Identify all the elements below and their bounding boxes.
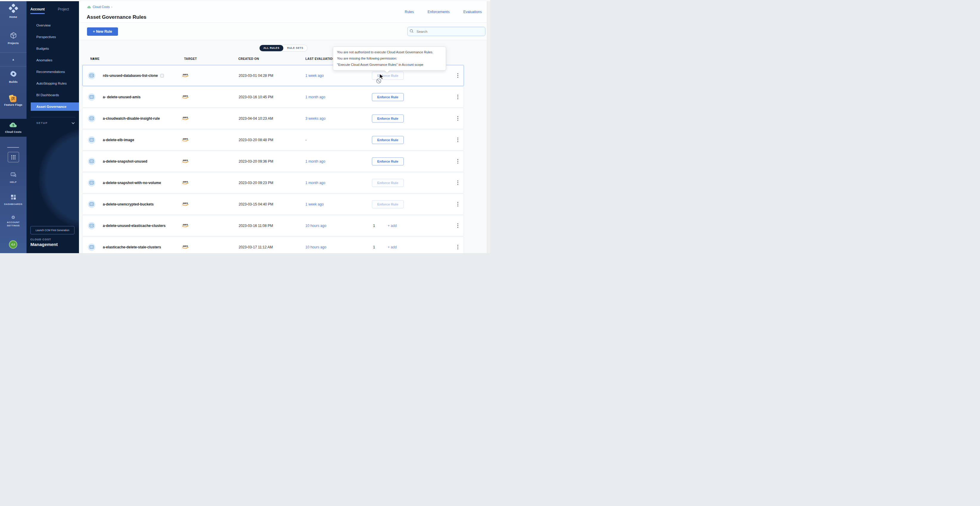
svg-text:aws: aws — [183, 244, 188, 247]
aws-target-icon: aws — [181, 72, 190, 79]
rail-item-builds[interactable]: Builds — [0, 70, 27, 84]
module-rail: Home Projects ▲ Builds Feature Flags $ — [0, 0, 27, 253]
user-avatar[interactable]: CJ — [9, 240, 17, 249]
rail-item-home[interactable]: Home — [0, 3, 27, 19]
row-menu-button[interactable] — [456, 200, 460, 208]
sidebar-item-perspectives[interactable]: Perspectives — [27, 31, 79, 43]
aws-target-icon: aws — [181, 244, 190, 251]
rail-item-feature-flags[interactable]: Feature Flags — [0, 96, 27, 106]
row-menu-button[interactable] — [456, 93, 460, 101]
app-window: Home Projects ▲ Builds Feature Flags $ — [0, 0, 490, 253]
module-picker-button[interactable] — [8, 152, 19, 162]
tooltip-line: "Execute Cloud Asset Governance Rules" i… — [337, 62, 442, 68]
rule-name: a- delete-unused-amis — [103, 95, 141, 99]
svg-text:aws: aws — [183, 159, 188, 162]
sidebar-item-anomalies[interactable]: Anomalies — [27, 54, 79, 66]
rail-item-account-settings[interactable]: ⚙ ACCOUNT SETTINGS — [0, 215, 27, 227]
aws-target-icon: aws — [181, 179, 190, 186]
rail-separator — [0, 66, 27, 67]
nav-link-evaluations[interactable]: Evaluations — [463, 10, 482, 14]
sidebar-item-overview[interactable]: Overview — [27, 20, 79, 31]
toggle-all-rules[interactable]: ALL RULES — [259, 45, 283, 51]
sidebar-divider — [31, 117, 75, 117]
breadcrumb: Cloud Costs › — [87, 5, 112, 9]
row-menu-button[interactable] — [456, 136, 460, 144]
enforce-rule-button: Enforce Rule — [372, 200, 404, 208]
sidebar-item-asset-governance[interactable]: Asset Governance — [31, 102, 79, 111]
aws-target-icon: aws — [181, 115, 190, 122]
scope-tabs: Account Project — [30, 7, 69, 14]
add-enforcement-link[interactable]: + add — [388, 245, 396, 249]
nav-link-rules[interactable]: Rules — [405, 10, 414, 14]
aws-target-icon: aws — [181, 94, 190, 100]
cloud-costs-icon: $ — [9, 122, 18, 129]
rail-item-cloud-costs[interactable]: $ Cloud Costs — [0, 119, 27, 137]
row-menu-button[interactable] — [456, 157, 460, 165]
svg-text:aws: aws — [183, 73, 188, 76]
breadcrumb-separator: › — [111, 5, 112, 9]
rules-table-body: rds-unused-databases-list-clone aws 2023… — [82, 65, 464, 253]
sidebar-item-budgets[interactable]: Budgets — [27, 43, 79, 54]
table-row[interactable]: a-delete-snapshot-unused aws 2023-03-20 … — [82, 151, 464, 172]
created-on: 2023-03-20 09:36 PM — [239, 159, 273, 163]
table-row[interactable]: a-delete-unencrypted-buckets aws 2023-03… — [82, 194, 464, 215]
scrollbar[interactable] — [487, 0, 490, 253]
toggle-rule-sets[interactable]: RULE SETS — [283, 45, 307, 51]
rule-name: a-cloudwatch-disable-insight-rule — [103, 116, 160, 121]
top-strip — [0, 0, 490, 1]
last-evaluation: - — [305, 138, 307, 142]
grid-icon — [11, 155, 16, 159]
nav-link-enforcements[interactable]: Enforcements — [428, 10, 450, 14]
page-title: Asset Governance Rules — [87, 14, 146, 20]
sidebar-item-bi-dashboards[interactable]: BI Dashboards — [27, 89, 79, 101]
avatar-initials: CJ — [11, 243, 15, 246]
table-row[interactable]: a-delete-snapshot-with-no-volume aws 202… — [82, 172, 464, 193]
cloud-costs-breadcrumb-icon — [87, 5, 91, 9]
builds-icon — [9, 70, 18, 79]
permission-tooltip: You are not authorized to execute Cloud … — [333, 46, 446, 71]
tab-project[interactable]: Project — [58, 7, 69, 14]
sidebar-item-autostopping-rules[interactable]: AutoStopping Rules — [27, 78, 79, 89]
rail-label: Builds — [9, 81, 18, 84]
header-nav: Rules Enforcements Evaluations — [405, 10, 482, 14]
rail-item-projects[interactable]: Projects — [0, 32, 27, 45]
enforce-rule-button[interactable]: Enforce Rule — [372, 114, 404, 122]
last-evaluation: 1 month ago — [305, 159, 325, 163]
breadcrumb-link[interactable]: Cloud Costs — [93, 5, 110, 9]
rail-item-dashboards[interactable]: DASHBOARDS — [0, 194, 27, 206]
enforce-rule-button[interactable]: Enforce Rule — [372, 93, 404, 101]
table-row[interactable]: a-delete-unused-elasticache-clusters aws… — [82, 215, 464, 236]
row-menu-button[interactable] — [456, 179, 460, 187]
sort-caret-icon: ▼ — [92, 57, 95, 60]
last-evaluation: 1 week ago — [305, 74, 324, 78]
row-menu-button[interactable] — [456, 243, 460, 251]
table-row[interactable]: a-cloudwatch-disable-insight-rule aws 20… — [82, 108, 464, 129]
rule-icon — [88, 157, 95, 165]
product-name: Management — [30, 242, 58, 247]
setup-section-toggle[interactable]: SETUP — [37, 122, 75, 124]
sidebar-item-recommendations[interactable]: Recommendations — [27, 66, 79, 78]
svg-text:aws: aws — [183, 94, 188, 97]
harness-logo-icon — [9, 3, 18, 14]
search-input[interactable] — [407, 27, 485, 36]
tab-account[interactable]: Account — [30, 7, 45, 14]
clone-checkbox[interactable] — [160, 74, 164, 78]
row-menu-button[interactable] — [456, 115, 460, 122]
add-enforcement-link[interactable]: + add — [388, 224, 396, 228]
rule-icon — [88, 200, 95, 208]
created-on: 2023-04-04 10:23 AM — [239, 116, 273, 121]
rule-name: a-delete-elb-image — [103, 138, 134, 142]
enforce-rule-button[interactable]: Enforce Rule — [372, 136, 404, 144]
enforce-rule-button[interactable]: Enforce Rule — [372, 157, 404, 165]
rule-name: a-elasticache-delete-stale-clusters — [103, 245, 161, 249]
row-menu-button[interactable] — [456, 72, 460, 79]
table-row[interactable]: a-delete-elb-image aws 2023-03-20 08:48 … — [82, 129, 464, 151]
row-menu-button[interactable] — [456, 222, 460, 230]
last-evaluation: 3 weeks ago — [305, 116, 325, 121]
launch-ccm-first-gen-button[interactable]: Launch CCM First Generation — [30, 226, 75, 235]
table-row[interactable]: a-elasticache-delete-stale-clusters aws … — [82, 236, 464, 253]
new-rule-button[interactable]: + New Rule — [87, 27, 118, 36]
rail-item-help[interactable]: ? HELP — [0, 172, 27, 184]
table-row[interactable]: a- delete-unused-amis aws 2023-03-16 10:… — [82, 86, 464, 108]
collapse-arrow-icon[interactable]: ▲ — [0, 58, 27, 61]
